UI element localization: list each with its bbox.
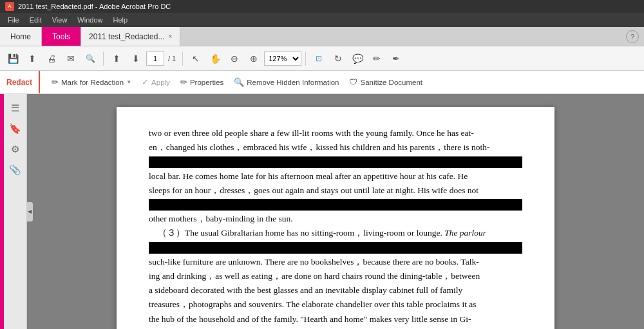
pdf-content: two or even three old people share a few… xyxy=(149,126,522,326)
upload-button[interactable]: ⬆ xyxy=(23,50,41,68)
menu-bar: File Edit View Window Help xyxy=(0,13,644,27)
text-line-8: ing and drinking，as well as eating，are d… xyxy=(149,269,522,283)
properties-button[interactable]: ✏ Properties xyxy=(175,75,229,89)
help-button[interactable]: ? xyxy=(626,30,639,43)
text-line-4: sleeps for an hour，dresses，goes out agai… xyxy=(149,183,522,198)
text-line-9: a sideboard decorated with the best glas… xyxy=(149,283,522,297)
text-line-10: treasures，photographs and souvenirs. The… xyxy=(149,297,522,312)
menu-help[interactable]: Help xyxy=(108,14,133,26)
hand-tool-button[interactable]: ✋ xyxy=(206,50,224,68)
remove-hidden-button[interactable]: 🔍 Remove Hidden Information xyxy=(229,75,344,89)
mark-redaction-icon: ✏ xyxy=(52,77,59,87)
redaction-bar-3 xyxy=(149,242,522,254)
print-button[interactable]: 🖨 xyxy=(43,50,61,68)
sanitize-button[interactable]: 🛡 Sanitize Document xyxy=(344,75,428,89)
sidebar-pages-icon[interactable]: ☰ xyxy=(6,99,24,117)
text-line-2: en，changed his clothes，embraced his wife… xyxy=(149,140,522,155)
pdf-page: two or even three old people share a few… xyxy=(117,107,554,329)
search-zoom-button[interactable]: 🔍 xyxy=(81,50,99,68)
redaction-bar-1 xyxy=(149,156,522,168)
title-bar: A 2011 test_Redacted.pdf - Adobe Acrobat… xyxy=(0,0,644,13)
page-navigation: ⬆ ⬇ / 1 xyxy=(108,50,178,68)
main-toolbar: 💾 ⬆ 🖨 ✉ 🔍 ⬆ ⬇ / 1 ↖ ✋ ⊖ ⊕ 127% 100% 75% … xyxy=(0,46,644,71)
menu-window[interactable]: Window xyxy=(72,14,108,26)
draw-button[interactable]: ✒ xyxy=(387,50,405,68)
document-area[interactable]: two or even three old people share a few… xyxy=(27,94,644,329)
text-line-1: two or even three old people share a few… xyxy=(149,126,522,140)
redact-label: Redact xyxy=(6,71,40,93)
properties-icon: ✏ xyxy=(180,77,187,87)
main-layout: ☰ 🔖 ⚙ 📎 ◀ two or even three old people s… xyxy=(0,94,644,329)
mark-for-redaction-button[interactable]: ✏ Mark for Redaction ▼ xyxy=(46,75,137,89)
text-line-5: other mothers，baby-minding in the sun. xyxy=(149,212,522,226)
separator-1 xyxy=(103,52,104,66)
apply-icon: ✓ xyxy=(142,77,149,87)
zoom-selector[interactable]: 127% 100% 75% 150% xyxy=(264,52,301,66)
cursor-tool-button[interactable]: ↖ xyxy=(187,50,205,68)
next-page-button[interactable]: ⬇ xyxy=(127,50,145,68)
text-line-11: the hub of the household and of the fami… xyxy=(149,312,522,326)
separator-3 xyxy=(305,52,306,66)
menu-view[interactable]: View xyxy=(47,14,73,26)
redaction-bar-2 xyxy=(149,199,522,211)
redact-side-indicator xyxy=(0,94,4,329)
page-number-input[interactable] xyxy=(146,52,164,66)
tab-bar: Home Tools 2011 test_Redacted... × ? xyxy=(0,27,644,46)
menu-edit[interactable]: Edit xyxy=(24,14,47,26)
sidebar-attachments-icon[interactable]: 📎 xyxy=(6,161,24,179)
page-total: / 1 xyxy=(166,55,178,62)
tab-tools[interactable]: Tools xyxy=(42,27,80,46)
apply-button[interactable]: ✓ Apply xyxy=(137,75,175,89)
text-line-3: local bar. He comes home late for his af… xyxy=(149,169,522,183)
app-icon: A xyxy=(5,2,14,11)
annotate-button[interactable]: ✏ xyxy=(368,50,386,68)
separator-2 xyxy=(182,52,183,66)
comment-button[interactable]: 💬 xyxy=(348,50,366,68)
rotate-button[interactable]: ↻ xyxy=(329,50,347,68)
sidebar-collapse-button[interactable]: ◀ xyxy=(26,202,33,221)
tab-close-button[interactable]: × xyxy=(168,33,172,40)
zoom-in-button[interactable]: ⊕ xyxy=(245,50,263,68)
text-line-6: （３）The usual Gibraltarian home has no si… xyxy=(149,226,522,240)
sidebar-bookmarks-icon[interactable]: 🔖 xyxy=(6,120,24,138)
tab-document[interactable]: 2011 test_Redacted... × xyxy=(80,27,180,46)
title-text: 2011 test_Redacted.pdf - Adobe Acrobat P… xyxy=(18,3,171,10)
text-line-7: such-like furniture are unknown. There a… xyxy=(149,255,522,269)
email-button[interactable]: ✉ xyxy=(62,50,80,68)
sanitize-icon: 🛡 xyxy=(349,77,357,87)
mark-redaction-dropdown-arrow[interactable]: ▼ xyxy=(126,79,131,85)
fit-button[interactable]: ⊡ xyxy=(310,50,328,68)
redact-toolbar: Redact ✏ Mark for Redaction ▼ ✓ Apply ✏ … xyxy=(0,71,644,94)
left-sidebar: ☰ 🔖 ⚙ 📎 ◀ xyxy=(0,94,27,329)
tab-home[interactable]: Home xyxy=(0,27,42,46)
zoom-out-button[interactable]: ⊖ xyxy=(225,50,243,68)
menu-file[interactable]: File xyxy=(3,14,24,26)
save-button[interactable]: 💾 xyxy=(4,50,22,68)
prev-page-button[interactable]: ⬆ xyxy=(108,50,126,68)
remove-hidden-icon: 🔍 xyxy=(234,77,244,87)
sidebar-layers-icon[interactable]: ⚙ xyxy=(6,140,24,158)
